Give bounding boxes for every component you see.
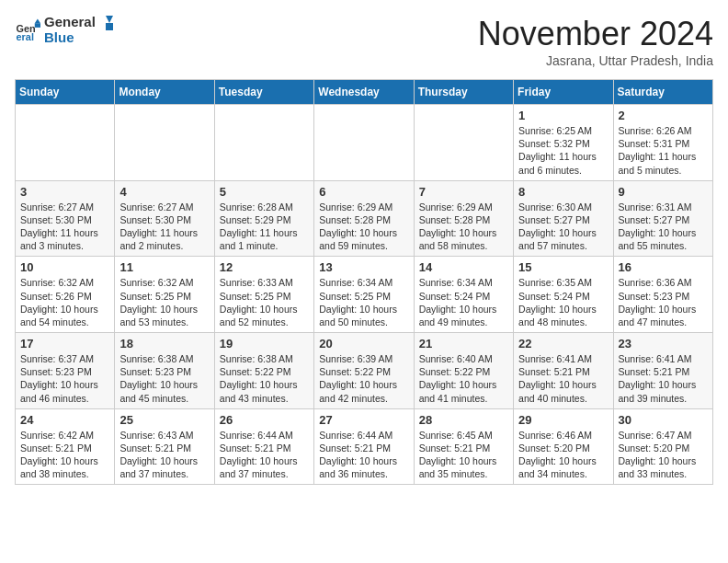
calendar-cell xyxy=(16,105,115,181)
calendar-cell: 5Sunrise: 6:28 AM Sunset: 5:29 PM Daylig… xyxy=(214,180,313,257)
calendar-cell: 7Sunrise: 6:29 AM Sunset: 5:28 PM Daylig… xyxy=(414,180,513,257)
weekday-header-row: SundayMondayTuesdayWednesdayThursdayFrid… xyxy=(16,80,713,105)
day-number: 19 xyxy=(220,337,309,350)
day-info: Sunrise: 6:46 AM Sunset: 5:20 PM Dayligh… xyxy=(518,429,608,481)
day-info: Sunrise: 6:25 AM Sunset: 5:32 PM Dayligh… xyxy=(518,124,608,177)
day-info: Sunrise: 6:27 AM Sunset: 5:30 PM Dayligh… xyxy=(20,201,109,253)
calendar-cell: 10Sunrise: 6:32 AM Sunset: 5:26 PM Dayli… xyxy=(16,257,115,333)
calendar-cell: 30Sunrise: 6:47 AM Sunset: 5:20 PM Dayli… xyxy=(613,408,712,485)
day-info: Sunrise: 6:29 AM Sunset: 5:28 PM Dayligh… xyxy=(319,201,408,253)
weekday-header-thursday: Thursday xyxy=(414,80,513,105)
calendar-cell: 12Sunrise: 6:33 AM Sunset: 5:25 PM Dayli… xyxy=(214,257,313,333)
calendar-cell: 27Sunrise: 6:44 AM Sunset: 5:21 PM Dayli… xyxy=(314,408,414,485)
calendar-cell: 18Sunrise: 6:38 AM Sunset: 5:23 PM Dayli… xyxy=(115,333,214,409)
header: Gen eral General Blue November 2024 Jasr… xyxy=(15,15,713,68)
calendar-cell: 28Sunrise: 6:45 AM Sunset: 5:21 PM Dayli… xyxy=(414,408,513,485)
calendar-cell: 9Sunrise: 6:31 AM Sunset: 5:27 PM Daylig… xyxy=(613,180,712,257)
weekday-header-saturday: Saturday xyxy=(613,80,712,105)
svg-marker-4 xyxy=(106,16,113,23)
calendar-cell: 22Sunrise: 6:41 AM Sunset: 5:21 PM Dayli… xyxy=(514,333,613,409)
day-info: Sunrise: 6:47 AM Sunset: 5:20 PM Dayligh… xyxy=(619,429,708,481)
day-info: Sunrise: 6:32 AM Sunset: 5:26 PM Dayligh… xyxy=(20,276,109,328)
calendar-cell: 25Sunrise: 6:43 AM Sunset: 5:21 PM Dayli… xyxy=(115,408,214,485)
day-number: 10 xyxy=(20,260,109,274)
day-number: 15 xyxy=(518,260,608,274)
day-number: 27 xyxy=(319,413,408,427)
day-info: Sunrise: 6:30 AM Sunset: 5:27 PM Dayligh… xyxy=(518,201,608,253)
weekday-header-wednesday: Wednesday xyxy=(314,80,414,105)
calendar-cell: 20Sunrise: 6:39 AM Sunset: 5:22 PM Dayli… xyxy=(314,333,414,409)
calendar-cell: 4Sunrise: 6:27 AM Sunset: 5:30 PM Daylig… xyxy=(115,180,214,257)
day-number: 3 xyxy=(20,185,109,199)
calendar-cell: 26Sunrise: 6:44 AM Sunset: 5:21 PM Dayli… xyxy=(214,408,313,485)
day-number: 9 xyxy=(619,185,708,199)
week-row-4: 17Sunrise: 6:37 AM Sunset: 5:23 PM Dayli… xyxy=(16,333,713,409)
weekday-header-friday: Friday xyxy=(514,80,613,105)
day-info: Sunrise: 6:41 AM Sunset: 5:21 PM Dayligh… xyxy=(619,352,708,405)
day-number: 24 xyxy=(20,413,109,427)
calendar-table: SundayMondayTuesdayWednesdayThursdayFrid… xyxy=(15,79,713,485)
day-info: Sunrise: 6:34 AM Sunset: 5:25 PM Dayligh… xyxy=(319,276,408,328)
weekday-header-sunday: Sunday xyxy=(16,80,115,105)
day-info: Sunrise: 6:42 AM Sunset: 5:21 PM Dayligh… xyxy=(20,429,109,481)
day-number: 13 xyxy=(319,260,408,274)
day-info: Sunrise: 6:29 AM Sunset: 5:28 PM Dayligh… xyxy=(419,201,508,253)
day-info: Sunrise: 6:38 AM Sunset: 5:22 PM Dayligh… xyxy=(220,352,309,405)
day-number: 29 xyxy=(518,413,608,427)
day-number: 11 xyxy=(119,260,209,274)
day-number: 23 xyxy=(619,337,708,350)
title-area: November 2024 Jasrana, Uttar Pradesh, In… xyxy=(478,15,713,68)
calendar-cell: 3Sunrise: 6:27 AM Sunset: 5:30 PM Daylig… xyxy=(16,180,115,257)
day-number: 1 xyxy=(518,109,608,122)
day-number: 8 xyxy=(518,185,608,199)
day-info: Sunrise: 6:34 AM Sunset: 5:24 PM Dayligh… xyxy=(419,276,508,328)
day-number: 14 xyxy=(419,260,508,274)
calendar-cell: 8Sunrise: 6:30 AM Sunset: 5:27 PM Daylig… xyxy=(514,180,613,257)
day-info: Sunrise: 6:32 AM Sunset: 5:25 PM Dayligh… xyxy=(119,276,209,328)
calendar-cell: 11Sunrise: 6:32 AM Sunset: 5:25 PM Dayli… xyxy=(115,257,214,333)
svg-marker-2 xyxy=(35,18,40,23)
week-row-1: 1Sunrise: 6:25 AM Sunset: 5:32 PM Daylig… xyxy=(16,105,713,181)
calendar-cell: 15Sunrise: 6:35 AM Sunset: 5:24 PM Dayli… xyxy=(514,257,613,333)
day-info: Sunrise: 6:44 AM Sunset: 5:21 PM Dayligh… xyxy=(220,429,309,481)
calendar-cell xyxy=(214,105,313,181)
week-row-2: 3Sunrise: 6:27 AM Sunset: 5:30 PM Daylig… xyxy=(16,180,713,257)
day-info: Sunrise: 6:43 AM Sunset: 5:21 PM Dayligh… xyxy=(119,429,209,481)
day-info: Sunrise: 6:36 AM Sunset: 5:23 PM Dayligh… xyxy=(619,276,708,328)
logo-icon: Gen eral xyxy=(15,17,40,43)
day-number: 20 xyxy=(319,337,408,350)
day-info: Sunrise: 6:41 AM Sunset: 5:21 PM Dayligh… xyxy=(518,352,608,405)
day-number: 12 xyxy=(220,260,309,274)
weekday-header-monday: Monday xyxy=(115,80,214,105)
day-number: 17 xyxy=(20,337,109,350)
day-number: 21 xyxy=(419,337,508,350)
calendar-cell: 14Sunrise: 6:34 AM Sunset: 5:24 PM Dayli… xyxy=(414,257,513,333)
day-info: Sunrise: 6:45 AM Sunset: 5:21 PM Dayligh… xyxy=(419,429,508,481)
logo-blue: Blue xyxy=(44,30,113,46)
day-number: 16 xyxy=(619,260,708,274)
day-info: Sunrise: 6:40 AM Sunset: 5:22 PM Dayligh… xyxy=(419,352,508,405)
day-number: 28 xyxy=(419,413,508,427)
day-info: Sunrise: 6:38 AM Sunset: 5:23 PM Dayligh… xyxy=(119,352,209,405)
calendar-cell: 13Sunrise: 6:34 AM Sunset: 5:25 PM Dayli… xyxy=(314,257,414,333)
calendar-cell xyxy=(314,105,414,181)
location-subtitle: Jasrana, Uttar Pradesh, India xyxy=(478,53,713,68)
day-number: 5 xyxy=(220,185,309,199)
day-number: 30 xyxy=(619,413,708,427)
day-info: Sunrise: 6:37 AM Sunset: 5:23 PM Dayligh… xyxy=(20,352,109,405)
calendar-cell: 17Sunrise: 6:37 AM Sunset: 5:23 PM Dayli… xyxy=(16,333,115,409)
calendar-cell: 6Sunrise: 6:29 AM Sunset: 5:28 PM Daylig… xyxy=(314,180,414,257)
day-info: Sunrise: 6:26 AM Sunset: 5:31 PM Dayligh… xyxy=(619,124,708,177)
logo: Gen eral General Blue xyxy=(15,15,113,46)
calendar-cell: 16Sunrise: 6:36 AM Sunset: 5:23 PM Dayli… xyxy=(613,257,712,333)
calendar-cell xyxy=(414,105,513,181)
day-info: Sunrise: 6:33 AM Sunset: 5:25 PM Dayligh… xyxy=(220,276,309,328)
day-info: Sunrise: 6:39 AM Sunset: 5:22 PM Dayligh… xyxy=(319,352,408,405)
day-info: Sunrise: 6:28 AM Sunset: 5:29 PM Dayligh… xyxy=(220,201,309,253)
calendar-cell: 2Sunrise: 6:26 AM Sunset: 5:31 PM Daylig… xyxy=(613,105,712,181)
svg-marker-3 xyxy=(35,23,40,28)
calendar-cell: 1Sunrise: 6:25 AM Sunset: 5:32 PM Daylig… xyxy=(514,105,613,181)
calendar-cell: 29Sunrise: 6:46 AM Sunset: 5:20 PM Dayli… xyxy=(514,408,613,485)
day-info: Sunrise: 6:27 AM Sunset: 5:30 PM Dayligh… xyxy=(119,201,209,253)
day-info: Sunrise: 6:44 AM Sunset: 5:21 PM Dayligh… xyxy=(319,429,408,481)
